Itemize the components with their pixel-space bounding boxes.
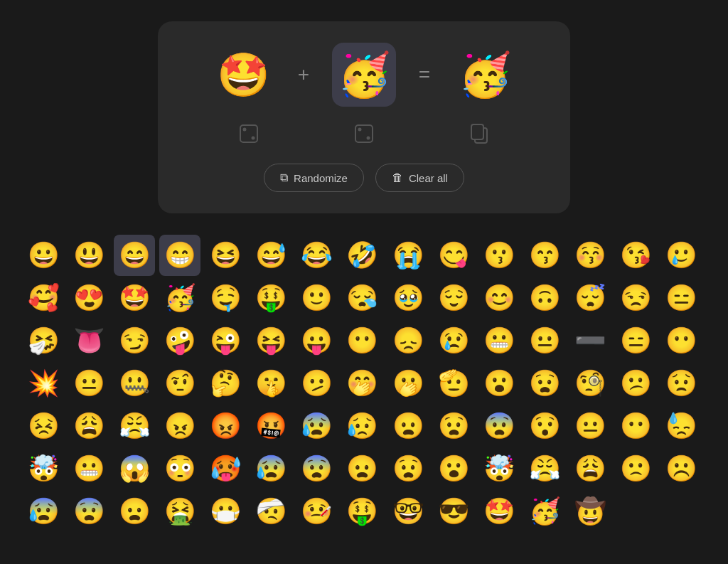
emoji-cell[interactable]: 😙 <box>524 235 565 276</box>
emoji-cell[interactable]: 😥 <box>342 405 383 447</box>
emoji-cell[interactable]: 😩 <box>68 405 109 447</box>
emoji-cell[interactable]: 😦 <box>114 491 155 532</box>
emoji-cell[interactable]: 😶 <box>616 405 657 447</box>
emoji-cell[interactable]: 😂 <box>296 235 338 276</box>
emoji-cell[interactable]: 🤒 <box>296 491 338 532</box>
emoji-cell[interactable]: 😳 <box>159 448 200 489</box>
emoji-cell[interactable]: 🤑 <box>251 277 292 319</box>
emoji-cell[interactable]: 😘 <box>616 235 657 276</box>
emoji-cell[interactable]: 😍 <box>68 277 109 319</box>
emoji-cell[interactable]: 🤣 <box>342 235 383 276</box>
emoji-cell[interactable]: 😅 <box>251 235 292 276</box>
clear-all-button[interactable]: 🗑 Clear all <box>375 164 464 192</box>
emoji-cell[interactable]: 🧐 <box>570 363 611 404</box>
emoji-cell[interactable]: 😨 <box>296 448 338 489</box>
emoji-cell[interactable]: 🥵 <box>205 448 247 489</box>
emoji-cell[interactable]: 😜 <box>205 320 247 361</box>
emoji-cell[interactable]: 😐 <box>68 363 109 404</box>
emoji-cell[interactable]: 🥳 <box>159 277 200 319</box>
emoji-cell[interactable]: 😶 <box>661 320 702 361</box>
emoji-cell[interactable]: 😷 <box>205 491 247 532</box>
emoji-cell[interactable]: 🤠 <box>570 491 611 532</box>
emoji-cell[interactable]: 😭 <box>387 235 429 276</box>
emoji-cell[interactable]: 😀 <box>23 235 64 276</box>
emoji-cell[interactable]: ➖ <box>570 320 611 361</box>
emoji-cell[interactable]: 😎 <box>433 491 474 532</box>
emoji-cell[interactable]: 😶 <box>342 320 383 361</box>
emoji-cell[interactable]: 🤬 <box>251 405 292 447</box>
emoji-cell[interactable]: 😏 <box>114 320 155 361</box>
emoji-cell[interactable]: 🤤 <box>205 277 247 319</box>
emoji-cell[interactable]: 😰 <box>296 405 338 447</box>
emoji-cell[interactable]: 🤯 <box>478 448 520 489</box>
emoji-cell[interactable]: 😩 <box>570 448 611 489</box>
emoji-cell[interactable]: 😮 <box>433 448 474 489</box>
emoji-cell[interactable]: 😪 <box>342 277 383 319</box>
emoji-cell[interactable]: 😨 <box>68 491 109 532</box>
emoji-cell[interactable]: 😤 <box>524 448 565 489</box>
emoji-cell[interactable]: 😰 <box>23 491 64 532</box>
emoji-cell[interactable]: 🤮 <box>159 491 200 532</box>
emoji-cell[interactable]: 🤫 <box>251 363 292 404</box>
emoji-cell[interactable]: 😟 <box>661 363 702 404</box>
emoji-cell[interactable]: 😑 <box>616 320 657 361</box>
emoji-cell[interactable]: 😰 <box>251 448 292 489</box>
emoji-cell[interactable]: 🤓 <box>387 491 429 532</box>
emoji-cell[interactable]: 🫤 <box>296 363 338 404</box>
emoji-cell[interactable]: 🥲 <box>661 235 702 276</box>
result-slot[interactable]: 🥳 <box>453 43 517 107</box>
emoji-cell[interactable]: 🫢 <box>387 363 429 404</box>
emoji-cell[interactable]: 😓 <box>661 405 702 447</box>
emoji-cell[interactable]: 😄 <box>114 235 155 276</box>
emoji-cell[interactable]: 😑 <box>661 277 702 319</box>
emoji-slot-2[interactable]: 🥳 <box>332 43 396 107</box>
emoji-cell[interactable]: 😆 <box>205 235 247 276</box>
emoji-cell[interactable]: 😴 <box>570 277 611 319</box>
emoji-cell[interactable]: 😝 <box>251 320 292 361</box>
emoji-cell[interactable]: 😋 <box>433 235 474 276</box>
emoji-cell[interactable]: 😧 <box>387 448 429 489</box>
emoji-cell[interactable]: 🙁 <box>616 448 657 489</box>
emoji-cell[interactable]: 😐 <box>570 405 611 447</box>
emoji-cell[interactable]: 😡 <box>205 405 247 447</box>
emoji-cell[interactable]: 🤔 <box>205 363 247 404</box>
emoji-cell[interactable]: 😚 <box>570 235 611 276</box>
emoji-cell[interactable]: 😦 <box>342 448 383 489</box>
emoji-cell[interactable]: 😧 <box>433 405 474 447</box>
emoji-cell[interactable]: 🙃 <box>524 277 565 319</box>
emoji-cell[interactable]: 🤨 <box>159 363 200 404</box>
emoji-cell[interactable]: 😞 <box>387 320 429 361</box>
emoji-cell[interactable]: 😨 <box>478 405 520 447</box>
emoji-cell[interactable]: 😛 <box>296 320 338 361</box>
emoji-cell[interactable]: 😁 <box>159 235 200 276</box>
emoji-cell[interactable]: 😣 <box>23 405 64 447</box>
emoji-cell[interactable]: 🤩 <box>114 277 155 319</box>
emoji-cell[interactable]: 😃 <box>68 235 109 276</box>
emoji-cell[interactable]: 😬 <box>478 320 520 361</box>
emoji-cell[interactable]: 😠 <box>159 405 200 447</box>
emoji-cell[interactable]: 🥰 <box>23 277 64 319</box>
emoji-cell[interactable]: 😢 <box>433 320 474 361</box>
emoji-cell[interactable]: 😮 <box>478 363 520 404</box>
emoji-cell[interactable]: 😦 <box>387 405 429 447</box>
emoji-cell[interactable]: 😕 <box>616 363 657 404</box>
emoji-cell[interactable]: 😒 <box>616 277 657 319</box>
randomize-button[interactable]: ⧉ Randomize <box>264 164 364 192</box>
emoji-cell[interactable]: 😬 <box>68 448 109 489</box>
emoji-cell[interactable]: 🥹 <box>387 277 429 319</box>
emoji-cell[interactable]: ☹️ <box>661 448 702 489</box>
emoji-cell[interactable]: 🤩 <box>478 491 520 532</box>
emoji-cell[interactable]: 😗 <box>478 235 520 276</box>
emoji-cell[interactable]: 🫡 <box>433 363 474 404</box>
emoji-cell[interactable]: 👅 <box>68 320 109 361</box>
emoji-cell[interactable]: 🙂 <box>296 277 338 319</box>
emoji-cell[interactable]: 🤑 <box>342 491 383 532</box>
emoji-cell[interactable]: 🤕 <box>251 491 292 532</box>
emoji-cell[interactable]: 🤭 <box>342 363 383 404</box>
emoji-cell[interactable]: 🤪 <box>159 320 200 361</box>
emoji-cell[interactable]: 😊 <box>478 277 520 319</box>
emoji-cell[interactable]: 😱 <box>114 448 155 489</box>
emoji-cell[interactable]: 😯 <box>524 405 565 447</box>
emoji-cell[interactable]: 😌 <box>433 277 474 319</box>
emoji-cell[interactable]: 🤐 <box>114 363 155 404</box>
